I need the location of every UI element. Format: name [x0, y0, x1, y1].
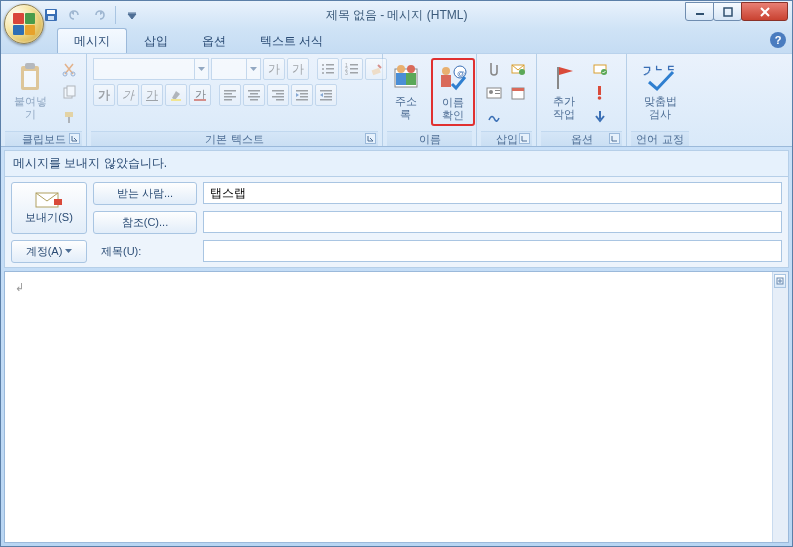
spelling-button[interactable]: ᄀᄂᄃ 맞춤법 검사	[639, 58, 682, 124]
maximize-button[interactable]	[713, 2, 742, 21]
numbering-button[interactable]: 123	[341, 58, 363, 80]
svg-rect-67	[557, 67, 559, 89]
format-painter-button[interactable]	[58, 106, 80, 128]
svg-rect-45	[296, 99, 308, 101]
message-body[interactable]: ↲	[5, 272, 772, 542]
tab-format[interactable]: 텍스트 서식	[243, 28, 340, 53]
align-left-button[interactable]	[219, 84, 241, 106]
group-names: 주소록 @ 이름 확인 이름	[383, 54, 477, 146]
minimize-button[interactable]	[685, 2, 714, 21]
account-button[interactable]: 계정(A)	[11, 240, 87, 263]
redo-button[interactable]	[89, 5, 109, 25]
attach-file-button[interactable]	[483, 58, 505, 80]
svg-rect-74	[54, 199, 62, 205]
copy-button[interactable]	[58, 82, 80, 104]
info-bar: 메시지를 보내지 않았습니다.	[4, 150, 789, 177]
svg-rect-42	[296, 90, 308, 92]
tab-message[interactable]: 메시지	[57, 28, 127, 53]
clear-formatting-button[interactable]	[365, 58, 387, 80]
signature-button[interactable]	[483, 106, 505, 128]
svg-rect-46	[320, 90, 332, 92]
high-importance-button[interactable]	[589, 82, 611, 104]
options-launcher[interactable]	[609, 133, 620, 144]
svg-rect-37	[250, 99, 258, 101]
attach-item-button[interactable]	[507, 58, 529, 80]
svg-rect-30	[224, 90, 236, 92]
svg-rect-70	[598, 86, 601, 95]
paste-button[interactable]: 붙여넣기	[7, 58, 54, 124]
save-button[interactable]	[41, 5, 61, 25]
permission-button[interactable]	[589, 58, 611, 80]
svg-rect-4	[724, 8, 732, 16]
svg-rect-2	[48, 16, 54, 20]
check-names-icon: @	[437, 62, 469, 94]
ribbon: 붙여넣기 클립보드 가 가 123	[1, 53, 792, 147]
business-card-button[interactable]	[483, 82, 505, 104]
svg-point-60	[519, 69, 525, 75]
to-button[interactable]: 받는 사람...	[93, 182, 197, 205]
svg-rect-15	[326, 64, 334, 66]
font-family-combo[interactable]	[93, 58, 209, 80]
address-book-button[interactable]: 주소록	[385, 58, 427, 124]
svg-rect-12	[65, 112, 73, 117]
svg-rect-49	[320, 99, 332, 101]
shrink-font-button[interactable]: 가	[287, 58, 309, 80]
cc-field[interactable]	[203, 211, 782, 233]
svg-rect-3	[696, 13, 704, 15]
align-right-button[interactable]	[267, 84, 289, 106]
send-button[interactable]: 보내기(S)	[11, 182, 87, 234]
subject-field[interactable]	[203, 240, 782, 262]
grow-font-button[interactable]: 가	[263, 58, 285, 80]
highlight-button[interactable]	[165, 84, 187, 106]
group-label-clipboard: 클립보드	[5, 131, 82, 146]
svg-rect-31	[224, 93, 232, 95]
group-label-proofing: 언어 교정	[631, 131, 689, 146]
office-button[interactable]	[4, 4, 44, 44]
svg-rect-32	[224, 96, 236, 98]
close-button[interactable]	[741, 2, 788, 21]
svg-text:가: 가	[195, 88, 206, 100]
increase-indent-button[interactable]	[315, 84, 337, 106]
group-label-options: 옵션	[541, 131, 622, 146]
svg-rect-41	[276, 99, 284, 101]
bold-button[interactable]: 가	[93, 84, 115, 106]
tab-options[interactable]: 옵션	[185, 28, 243, 53]
svg-rect-53	[396, 73, 406, 85]
font-color-button[interactable]: 가	[189, 84, 211, 106]
tab-insert[interactable]: 삽입	[127, 28, 185, 53]
to-field[interactable]	[203, 182, 782, 204]
qat-customize[interactable]	[122, 5, 142, 25]
low-importance-button[interactable]	[589, 106, 611, 128]
svg-rect-34	[248, 90, 260, 92]
align-center-button[interactable]	[243, 84, 265, 106]
help-button[interactable]: ?	[770, 32, 786, 48]
cut-button[interactable]	[58, 58, 80, 80]
underline-button[interactable]: 가	[141, 84, 163, 106]
window-controls	[686, 2, 788, 21]
follow-up-button[interactable]: 추가 작업	[543, 58, 585, 124]
vertical-scrollbar[interactable]	[772, 272, 788, 542]
svg-rect-25	[350, 72, 358, 74]
font-size-combo[interactable]	[211, 58, 261, 80]
address-book-icon	[390, 61, 422, 93]
send-icon	[34, 190, 64, 210]
scroll-options-button[interactable]	[774, 274, 786, 288]
italic-button[interactable]: 가	[117, 84, 139, 106]
svg-point-18	[322, 72, 324, 74]
bullets-button[interactable]	[317, 58, 339, 80]
group-basic-text: 가 가 123 가 가 가 가	[87, 54, 383, 146]
clipboard-launcher[interactable]	[69, 133, 80, 144]
titlebar: 제목 없음 - 메시지 (HTML)	[1, 1, 792, 29]
svg-rect-17	[326, 68, 334, 70]
svg-rect-19	[326, 72, 334, 74]
calendar-button[interactable]	[507, 82, 529, 104]
svg-rect-54	[406, 73, 416, 85]
decrease-indent-button[interactable]	[291, 84, 313, 106]
check-names-button[interactable]: @ 이름 확인	[431, 58, 475, 126]
subject-label: 제목(U):	[93, 244, 197, 259]
undo-button[interactable]	[65, 5, 85, 25]
basictext-launcher[interactable]	[365, 133, 376, 144]
include-launcher[interactable]	[519, 133, 530, 144]
cc-button[interactable]: 참조(C)...	[93, 211, 197, 234]
svg-rect-48	[324, 96, 332, 98]
